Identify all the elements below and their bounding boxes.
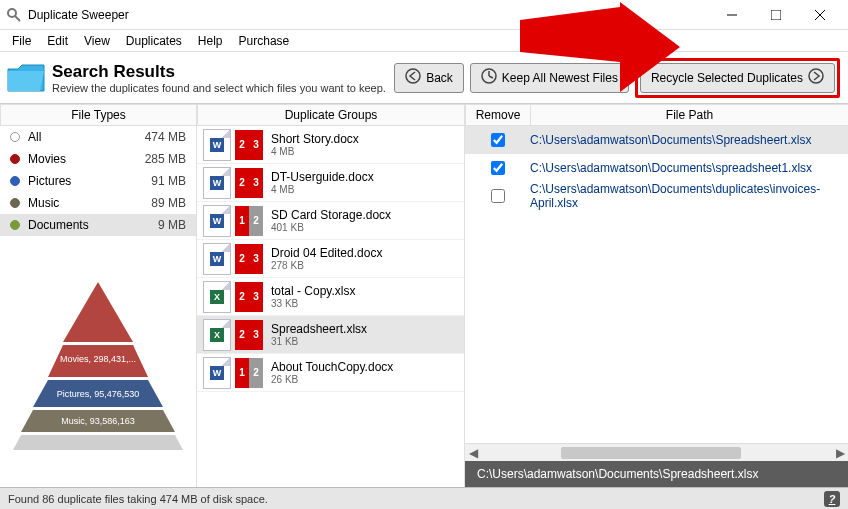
scroll-left-icon[interactable]: ◀ [465, 446, 481, 460]
menu-duplicates[interactable]: Duplicates [118, 32, 190, 50]
scroll-thumb[interactable] [561, 447, 741, 459]
horizontal-scrollbar[interactable]: ◀ ▶ [465, 443, 848, 461]
selected-path-text: C:\Users\adamwatson\Documents\Spreadshee… [477, 467, 758, 481]
dup-count-tile: 3 [249, 244, 263, 274]
titlebar: Duplicate Sweeper [0, 0, 848, 30]
doc-icon: W [203, 357, 231, 389]
svg-point-10 [809, 69, 823, 83]
color-dot [10, 220, 20, 230]
color-dot [10, 132, 20, 142]
file-path-header: File Path [530, 104, 848, 126]
file-type-pictures[interactable]: Pictures91 MB [0, 170, 196, 192]
close-button[interactable] [798, 0, 842, 30]
group-name: About TouchCopy.docx [271, 360, 458, 374]
dup-count-tile: 2 [235, 320, 249, 350]
dup-count-tile: 2 [249, 206, 263, 236]
menu-file[interactable]: File [4, 32, 39, 50]
file-path-text: C:\Users\adamwatson\Documents\Spreadshee… [530, 133, 848, 147]
svg-point-6 [406, 69, 420, 83]
file-type-music[interactable]: Music89 MB [0, 192, 196, 214]
group-name: total - Copy.xlsx [271, 284, 458, 298]
help-icon[interactable]: ? [824, 491, 840, 507]
file-path-text: C:\Users\adamwatson\Documents\duplicates… [530, 182, 848, 210]
remove-header: Remove [465, 104, 530, 126]
app-badge-icon: W [210, 214, 224, 228]
dup-count-tile: 2 [235, 130, 249, 160]
menu-purchase[interactable]: Purchase [231, 32, 298, 50]
keep-all-label: Keep All Newest Files [502, 71, 618, 85]
file-type-documents[interactable]: Documents9 MB [0, 214, 196, 236]
pyramid-chart: Movies, 298,431,... Pictures, 95,476,530… [0, 236, 196, 487]
svg-text:Movies, 298,431,...: Movies, 298,431,... [60, 354, 136, 364]
scroll-right-icon[interactable]: ▶ [832, 446, 848, 460]
app-badge-icon: X [210, 290, 224, 304]
group-name: DT-Userguide.docx [271, 170, 458, 184]
group-row[interactable]: W12About TouchCopy.docx26 KB [197, 354, 464, 392]
file-path-row[interactable]: C:\Users\adamwatson\Documents\spreadshee… [465, 154, 848, 182]
dup-tiles: 23 [235, 244, 263, 274]
doc-icon: W [203, 243, 231, 275]
menu-view[interactable]: View [76, 32, 118, 50]
back-button[interactable]: Back [394, 63, 464, 93]
menu-edit[interactable]: Edit [39, 32, 76, 50]
file-path-list: C:\Users\adamwatson\Documents\Spreadshee… [465, 126, 848, 443]
group-size: 33 KB [271, 298, 458, 309]
color-dot [10, 198, 20, 208]
group-row[interactable]: X23total - Copy.xlsx33 KB [197, 278, 464, 316]
svg-text:Music, 93,586,163: Music, 93,586,163 [61, 416, 135, 426]
app-badge-icon: W [210, 366, 224, 380]
dup-tiles: 23 [235, 320, 263, 350]
svg-line-1 [15, 16, 20, 21]
group-size: 4 MB [271, 146, 458, 157]
file-type-name: Music [28, 196, 143, 210]
keep-all-newest-button[interactable]: Keep All Newest Files [470, 63, 629, 93]
group-row[interactable]: W23Droid 04 Edited.docx278 KB [197, 240, 464, 278]
group-name: Short Story.docx [271, 132, 458, 146]
remove-checkbox[interactable] [491, 189, 505, 203]
doc-icon: W [203, 205, 231, 237]
menubar: FileEditViewDuplicatesHelpPurchase [0, 30, 848, 52]
svg-text:Pictures, 95,476,530: Pictures, 95,476,530 [57, 389, 140, 399]
group-name: Droid 04 Edited.docx [271, 246, 458, 260]
file-types-header: File Types [0, 104, 196, 126]
file-type-movies[interactable]: Movies285 MB [0, 148, 196, 170]
dup-count-tile: 1 [235, 358, 249, 388]
dup-count-tile: 3 [249, 320, 263, 350]
remove-checkbox[interactable] [491, 133, 505, 147]
clock-icon [481, 68, 497, 87]
folder-icon [4, 57, 48, 99]
file-type-name: Movies [28, 152, 137, 166]
file-type-name: Documents [28, 218, 150, 232]
back-arrow-icon [405, 68, 421, 87]
minimize-button[interactable] [710, 0, 754, 30]
back-label: Back [426, 71, 453, 85]
group-size: 26 KB [271, 374, 458, 385]
group-row[interactable]: W23Short Story.docx4 MB [197, 126, 464, 164]
status-text: Found 86 duplicate files taking 474 MB o… [8, 493, 268, 505]
group-row[interactable]: W23DT-Userguide.docx4 MB [197, 164, 464, 202]
doc-icon: X [203, 319, 231, 351]
menu-help[interactable]: Help [190, 32, 231, 50]
app-icon [6, 7, 22, 23]
recycle-selected-button[interactable]: Recycle Selected Duplicates [640, 63, 835, 93]
color-dot [10, 176, 20, 186]
svg-marker-15 [13, 435, 183, 450]
group-row[interactable]: X23Spreadsheert.xlsx31 KB [197, 316, 464, 354]
file-type-name: All [28, 130, 137, 144]
maximize-button[interactable] [754, 0, 798, 30]
file-path-row[interactable]: C:\Users\adamwatson\Documents\Spreadshee… [465, 126, 848, 154]
file-path-text: C:\Users\adamwatson\Documents\spreadshee… [530, 161, 848, 175]
remove-checkbox[interactable] [491, 161, 505, 175]
dup-groups-header: Duplicate Groups [197, 104, 464, 126]
group-row[interactable]: W12SD Card Storage.docx401 KB [197, 202, 464, 240]
svg-marker-11 [63, 282, 133, 342]
app-badge-icon: X [210, 328, 224, 342]
highlight-box: Recycle Selected Duplicates [635, 58, 840, 98]
file-type-size: 285 MB [145, 152, 186, 166]
svg-rect-3 [771, 10, 781, 20]
file-path-row[interactable]: C:\Users\adamwatson\Documents\duplicates… [465, 182, 848, 210]
file-type-all[interactable]: All474 MB [0, 126, 196, 148]
group-size: 278 KB [271, 260, 458, 271]
dup-tiles: 23 [235, 282, 263, 312]
file-type-size: 91 MB [151, 174, 186, 188]
